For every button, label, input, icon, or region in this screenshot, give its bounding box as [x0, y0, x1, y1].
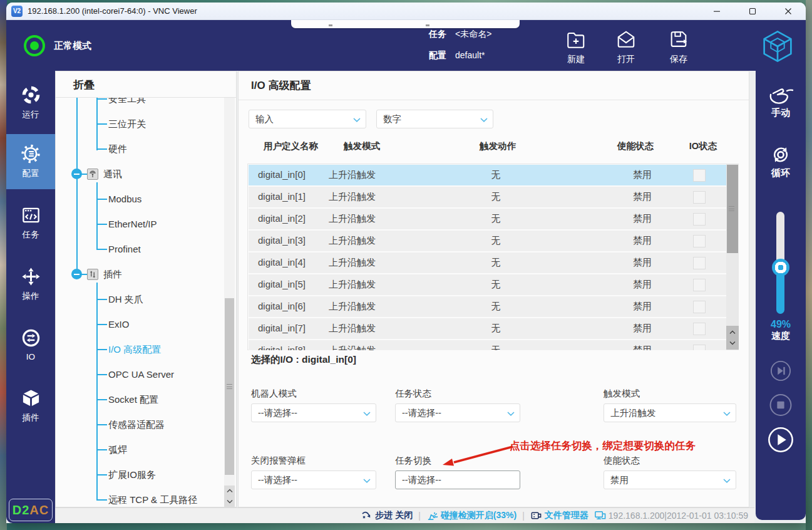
trigger-action-cell: 无 — [491, 257, 501, 269]
maximize-button[interactable] — [734, 3, 770, 19]
tree-item-label: 三位开关 — [108, 112, 146, 137]
minimize-button[interactable] — [699, 3, 734, 19]
collapse-toggle-icon[interactable] — [71, 269, 82, 279]
tree-item[interactable]: ExIO — [56, 312, 218, 337]
io-state-checkbox[interactable] — [693, 235, 706, 247]
tree-item-label: EtherNet/IP — [108, 212, 157, 237]
table-scrollbar-thumb[interactable] — [727, 165, 738, 253]
collision-detection-status[interactable]: 碰撞检测开启(33%) — [426, 510, 516, 521]
tree-item[interactable]: 扩展IO服务 — [56, 462, 218, 487]
io-state-checkbox[interactable] — [693, 169, 706, 182]
speed-slider-thumb[interactable] — [772, 259, 789, 276]
file-manager-button[interactable]: 文件管理器 — [530, 510, 588, 521]
collapse-toggle-icon[interactable] — [71, 169, 82, 179]
scroll-down-button[interactable] — [224, 496, 235, 507]
new-button[interactable]: 新建 — [553, 29, 599, 65]
io-state-checkbox[interactable] — [693, 279, 706, 291]
sidebar-item-label: 运行 — [6, 109, 55, 120]
table-row[interactable]: digital_in[2]上升沿触发无禁用 — [249, 209, 726, 229]
scroll-up-button[interactable] — [224, 486, 235, 496]
chevron-down-icon — [723, 479, 731, 483]
table-row[interactable]: digital_in[7]上升沿触发无禁用 — [249, 318, 726, 339]
tree-header-label: 折叠 — [73, 78, 95, 92]
scroll-up-button[interactable] — [727, 327, 738, 338]
tree-item[interactable]: I/O 高级配置 — [56, 337, 218, 362]
tree-item-label: 扩展IO服务 — [108, 462, 156, 487]
tree-item[interactable]: 弧焊 — [56, 437, 218, 462]
io-state-checkbox[interactable] — [693, 345, 706, 351]
tree-item[interactable]: 硬件 — [56, 137, 218, 162]
task-state-select[interactable]: --请选择-- — [395, 403, 520, 422]
sidebar-item-operate[interactable]: 操作 — [6, 266, 55, 310]
tree-item[interactable]: EtherNet/IP — [56, 212, 218, 237]
sidebar-item-label: 配置 — [6, 168, 55, 179]
io-state-checkbox[interactable] — [693, 257, 706, 269]
task-switch-select[interactable]: --请选择-- — [395, 470, 520, 489]
vnc-remote-desktop: 正常模式 任务<未命名> 配置default* 新建打开保存 — [6, 20, 806, 523]
trigger-mode-select[interactable]: 上升沿触发 — [604, 403, 736, 422]
sidebar-item-config[interactable]: 配置 — [6, 134, 55, 189]
table-row[interactable]: digital_in[6]上升沿触发无禁用 — [249, 296, 726, 317]
trigger-action-cell: 无 — [491, 279, 501, 291]
table-row[interactable]: digital_in[5]上升沿触发无禁用 — [249, 274, 726, 295]
enable-state-select[interactable]: 禁用 — [604, 470, 736, 489]
tree-item[interactable]: 远程 TCP & 工具路径 — [56, 487, 218, 507]
manual-mode-icon[interactable] — [767, 85, 794, 106]
tree-item[interactable]: Profinet — [56, 237, 218, 262]
sidebar-item-task[interactable]: 任务 — [6, 205, 55, 249]
table-row[interactable]: digital_in[8]上升沿触发无禁用 — [249, 340, 726, 350]
robot-mode-select[interactable]: --请选择-- — [251, 403, 376, 422]
trigger-mode-cell: 上升沿触发 — [329, 301, 376, 313]
scroll-down-button[interactable] — [727, 338, 738, 348]
table-row[interactable]: digital_in[0]上升沿触发无禁用 — [249, 165, 726, 185]
close-alarm-popup-select[interactable]: --请选择-- — [251, 470, 376, 489]
tree-item[interactable]: Modbus — [56, 187, 218, 212]
open-button[interactable]: 打开 — [604, 29, 649, 65]
sidebar-item-label: IO — [6, 352, 55, 361]
vnc-toolbar-notch[interactable] — [291, 20, 520, 28]
vnc-viewer-window: V2 192.168.1.200 (intel-corei7-64:0) - V… — [6, 3, 806, 523]
table-row[interactable]: digital_in[3]上升沿触发无禁用 — [249, 231, 726, 251]
table-scrollbar[interactable] — [726, 164, 739, 350]
tree-item[interactable]: 通讯 — [56, 162, 218, 187]
sidebar-item-io[interactable]: IO — [6, 328, 55, 372]
tree-item[interactable]: 传感器适配器 — [56, 412, 218, 437]
io-state-checkbox[interactable] — [693, 301, 706, 313]
io-state-checkbox[interactable] — [693, 191, 706, 204]
enable-state-cell: 禁用 — [633, 169, 652, 181]
tree-item[interactable]: 插件 — [56, 262, 218, 287]
enable-state-cell: 禁用 — [633, 213, 652, 225]
vnc-app-icon: V2 — [11, 6, 23, 17]
io-type-select[interactable]: 数字 — [376, 110, 493, 128]
io-direction-select[interactable]: 输入 — [249, 110, 366, 128]
table-row[interactable]: digital_in[1]上升沿触发无禁用 — [249, 187, 726, 207]
save-button[interactable]: 保存 — [656, 29, 701, 65]
tree-item[interactable]: Socket 配置 — [56, 387, 218, 412]
tree-item[interactable]: 三位开关 — [56, 112, 218, 137]
loop-mode-icon[interactable] — [769, 143, 792, 166]
config-value: default* — [455, 50, 485, 60]
tree-scrollbar-thumb[interactable] — [225, 298, 234, 475]
io-state-checkbox[interactable] — [693, 213, 706, 226]
enable-state-cell: 禁用 — [633, 345, 652, 350]
step-mode-status[interactable]: 步进 关闭 — [361, 510, 413, 521]
left-nav-sidebar: 运行配置任务操作IO插件 D2AC — [6, 71, 55, 523]
tree-header[interactable]: 折叠 — [56, 71, 236, 98]
play-button[interactable] — [768, 427, 794, 453]
tree-scrollbar[interactable] — [224, 98, 235, 507]
tree-item-label: DH 夹爪 — [108, 287, 143, 312]
close-button[interactable] — [770, 3, 806, 19]
io-state-checkbox[interactable] — [693, 323, 706, 335]
field-label: 触发模式 — [604, 388, 736, 403]
window-title-bar[interactable]: V2 192.168.1.200 (intel-corei7-64:0) - V… — [6, 3, 806, 20]
tree-item[interactable]: OPC UA Server — [56, 362, 218, 387]
config-icon — [21, 155, 41, 166]
tree-item[interactable]: DH 夹爪 — [56, 287, 218, 312]
stop-button[interactable] — [769, 393, 793, 417]
tree-item[interactable]: 安全工具 — [56, 98, 218, 112]
table-row[interactable]: digital_in[4]上升沿触发无禁用 — [249, 252, 726, 273]
sidebar-item-run[interactable]: 运行 — [6, 85, 55, 128]
sidebar-item-plugin[interactable]: 插件 — [6, 388, 55, 432]
step-next-button[interactable] — [770, 360, 791, 382]
field-label: 使能状态 — [604, 455, 736, 470]
